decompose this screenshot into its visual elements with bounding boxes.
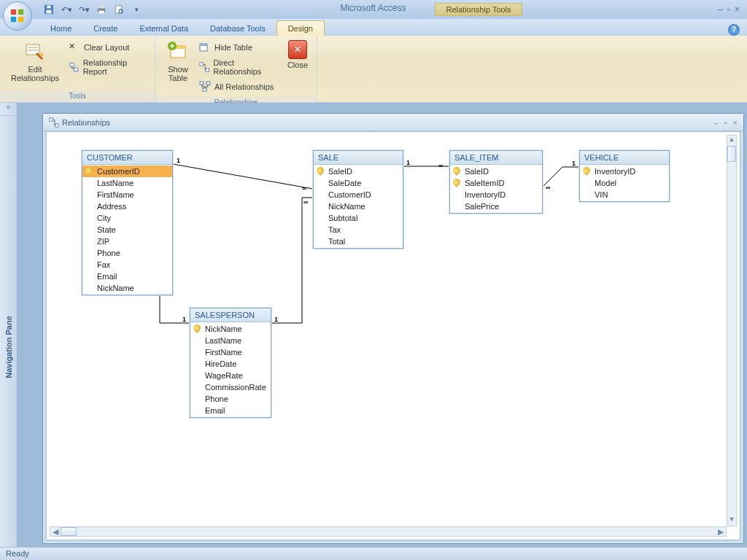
field[interactable]: FirstName [82, 189, 172, 201]
field[interactable]: Email [82, 271, 172, 282]
field[interactable]: Phone [82, 247, 172, 259]
close-label: Close [287, 61, 308, 69]
relationship-report-button[interactable]: Relationship Report [66, 57, 150, 77]
field[interactable]: WageRate [190, 370, 271, 381]
horizontal-scrollbar[interactable]: ◀ ▶ [50, 526, 727, 537]
office-button[interactable] [3, 1, 35, 34]
undo-icon[interactable]: ↶▾ [58, 1, 74, 18]
field[interactable]: Fax [82, 259, 172, 271]
field-pk[interactable]: CustomerID [82, 166, 172, 177]
close-icon: × [288, 40, 307, 59]
navigation-pane-collapsed[interactable]: » Navigation Pane [0, 103, 18, 547]
scroll-left-icon[interactable]: ◀ [50, 527, 61, 536]
window-titlebar[interactable]: Relationships – ▫ × [43, 114, 743, 131]
table-header[interactable]: VEHICLE [580, 151, 669, 165]
field[interactable]: SaleDate [314, 177, 403, 189]
close-window-icon[interactable]: × [735, 4, 740, 15]
window-maximize-icon[interactable]: ▫ [724, 118, 727, 127]
scroll-right-icon[interactable]: ▶ [716, 527, 726, 536]
field-pk[interactable]: NickName [190, 323, 271, 335]
svg-text:∞: ∞ [546, 184, 551, 191]
relationships-canvas[interactable]: 1 ∞ ∞ 1 1 ∞ 1 ∞ [46, 131, 740, 540]
field[interactable]: InventoryID [450, 189, 542, 201]
svg-text:1: 1 [274, 316, 278, 323]
field[interactable]: VIN [580, 189, 669, 201]
svg-text:∞: ∞ [302, 184, 307, 192]
window-minimize-icon[interactable]: – [714, 118, 719, 127]
hide-table-icon [199, 42, 211, 53]
restore-icon[interactable]: ▫ [727, 4, 730, 15]
edit-relationships-button[interactable]: Edit Relationships [4, 39, 66, 84]
svg-rect-20 [200, 63, 203, 66]
direct-relationships-button[interactable]: Direct Relationships [196, 57, 280, 77]
redo-icon[interactable]: ↷▾ [76, 1, 92, 18]
field[interactable]: State [82, 224, 172, 236]
qat-customize-icon[interactable]: ▾ [128, 1, 144, 18]
relationships-window: Relationships – ▫ × 1 ∞ ∞ [42, 113, 744, 544]
minimize-icon[interactable]: – [718, 4, 723, 15]
svg-rect-25 [50, 117, 53, 120]
field[interactable]: City [82, 212, 172, 224]
show-table-label: Show Table [164, 65, 192, 82]
field[interactable]: FirstName [190, 346, 271, 358]
svg-rect-5 [47, 10, 52, 13]
window-close-icon[interactable]: × [733, 118, 738, 127]
help-icon[interactable]: ? [728, 24, 740, 36]
field[interactable]: Phone [190, 393, 271, 405]
vertical-scrollbar[interactable]: ▲ ▼ [727, 135, 737, 526]
table-vehicle[interactable]: VEHICLE InventoryID Model VIN [579, 150, 670, 202]
field[interactable]: Model [580, 177, 669, 189]
ribbon: Edit Relationships ✕Clear Layout Relatio… [0, 36, 747, 103]
workspace: » Navigation Pane Relationships – ▫ × 1 [0, 103, 747, 547]
scroll-thumb[interactable] [727, 146, 736, 162]
all-relationships-button[interactable]: All Relationships [196, 79, 280, 94]
field-pk[interactable]: SaleID [314, 166, 403, 177]
field[interactable]: HireDate [190, 358, 271, 370]
scroll-thumb[interactable] [61, 527, 77, 536]
table-header[interactable]: SALE_ITEM [450, 151, 542, 165]
field[interactable]: LastName [190, 335, 271, 346]
field[interactable]: Tax [314, 224, 403, 236]
field[interactable]: CommissionRate [190, 381, 271, 393]
field[interactable]: SalePrice [450, 201, 542, 212]
field[interactable]: ZIP [82, 236, 172, 247]
scroll-up-icon[interactable]: ▲ [727, 136, 736, 146]
edit-relationships-label: Edit Relationships [9, 65, 61, 82]
field-pk[interactable]: SaleItemID [450, 177, 542, 189]
tab-create[interactable]: Create [82, 21, 128, 36]
nav-expand-icon[interactable]: » [0, 103, 17, 116]
field[interactable]: LastName [82, 177, 172, 189]
field-pk[interactable]: SaleID [450, 166, 542, 177]
field[interactable]: NickName [82, 282, 172, 294]
window-title: Relationships [62, 118, 110, 127]
status-text: Ready [6, 549, 29, 558]
tab-home[interactable]: Home [39, 21, 82, 36]
show-table-button[interactable]: Show Table [160, 39, 196, 84]
clear-layout-button[interactable]: ✕Clear Layout [66, 40, 150, 55]
table-customer[interactable]: CUSTOMER CustomerID LastName FirstName A… [82, 150, 173, 295]
table-salesperson[interactable]: SALESPERSON NickName LastName FirstName … [190, 308, 271, 418]
table-header[interactable]: CUSTOMER [82, 151, 172, 165]
tab-database-tools[interactable]: Database Tools [199, 21, 276, 36]
table-header[interactable]: SALE [314, 151, 403, 165]
field[interactable]: Total [314, 236, 403, 247]
field[interactable]: CustomerID [314, 189, 403, 201]
tab-design[interactable]: Design [276, 20, 325, 36]
field[interactable]: Email [190, 405, 271, 416]
close-relationships-button[interactable]: × Close [283, 39, 312, 71]
svg-rect-24 [203, 88, 206, 91]
print-preview-icon[interactable] [111, 1, 127, 18]
table-sale[interactable]: SALE SaleID SaleDate CustomerID NickName… [313, 150, 403, 249]
scroll-down-icon[interactable]: ▼ [727, 516, 736, 526]
table-header[interactable]: SALESPERSON [190, 308, 271, 322]
field-pk[interactable]: InventoryID [580, 166, 669, 177]
svg-text:1: 1 [182, 316, 186, 323]
print-icon[interactable] [93, 1, 109, 18]
save-icon[interactable] [41, 1, 57, 18]
field[interactable]: Subtotal [314, 212, 403, 224]
hide-table-button[interactable]: Hide Table [196, 40, 280, 55]
field[interactable]: Address [82, 201, 172, 212]
tab-external-data[interactable]: External Data [128, 21, 199, 36]
table-sale-item[interactable]: SALE_ITEM SaleID SaleItemID InventoryID … [449, 150, 543, 214]
field[interactable]: NickName [314, 201, 403, 212]
